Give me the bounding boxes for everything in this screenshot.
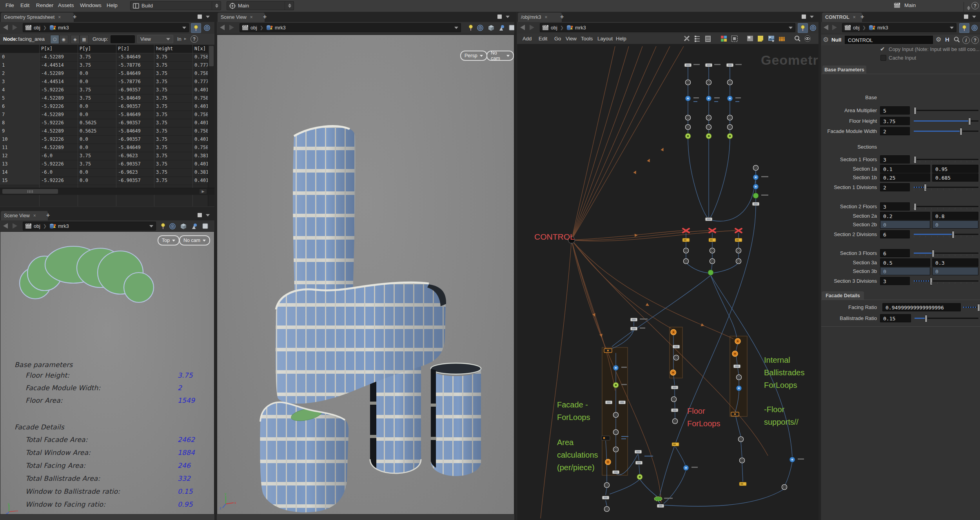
network-canvas[interactable]: Geometry <box>517 44 818 520</box>
table-row[interactable]: 0-4.522893.75-5.846493.750.758 <box>0 53 208 62</box>
close-icon[interactable]: × <box>33 213 36 218</box>
new-tab-button[interactable]: + <box>860 13 864 20</box>
pane-maximize-icon[interactable] <box>198 15 202 19</box>
facade-module-width-field[interactable]: 2 <box>880 127 910 135</box>
houdini-icon[interactable]: H <box>945 36 949 43</box>
gs-help-button[interactable]: ? <box>191 35 198 43</box>
facade-module-width-slider[interactable] <box>914 131 978 132</box>
section3-floors-field[interactable]: 6 <box>880 249 910 257</box>
folder-tab-facade-details[interactable]: Facade Details <box>822 291 864 300</box>
panel-splitter-vertical[interactable] <box>818 12 821 520</box>
vertices-mode-button[interactable]: ◉ <box>59 35 68 44</box>
follow-icon[interactable] <box>202 23 212 32</box>
section2b-field-1[interactable]: 0 <box>880 220 930 229</box>
follow-icon[interactable] <box>168 222 177 231</box>
pane-menu-icon[interactable] <box>810 16 814 18</box>
section1b-field-1[interactable]: 0.25 <box>880 173 930 182</box>
attribute-table[interactable]: P[x] P[y] P[z] height N[x] 0-4.522893.75… <box>0 45 208 206</box>
svl-breadcrumb[interactable]: obj ❯ mrk3 <box>23 222 156 231</box>
display-options-icon[interactable] <box>200 222 210 231</box>
breadcrumb-dropdown-icon[interactable] <box>789 27 793 29</box>
menu-help[interactable]: Help <box>107 2 118 8</box>
forward-icon[interactable] <box>530 25 534 30</box>
folder-tab-base-parameters[interactable]: Base Parameters <box>822 65 866 74</box>
table-row[interactable]: 1-4.445143.75-5.787763.750.777 <box>0 61 208 70</box>
pane-maximize-icon[interactable] <box>497 15 502 19</box>
back-icon[interactable] <box>824 25 828 30</box>
right-desktop-selector[interactable]: Main <box>904 2 916 8</box>
floor-height-slider[interactable] <box>914 120 978 122</box>
ballistrade-ratio-field[interactable]: 0.15 <box>880 314 911 322</box>
close-icon[interactable]: × <box>853 15 856 20</box>
section2-divisions-field[interactable]: 6 <box>880 230 910 238</box>
section1-divisions-slider[interactable] <box>914 187 978 188</box>
detail-mode-button[interactable]: ▦ <box>80 35 89 44</box>
net-menu-help[interactable]: Help <box>616 36 626 42</box>
node-help-icon[interactable]: ? <box>971 36 979 44</box>
pin-icon[interactable] <box>959 23 969 33</box>
pane-menu-icon[interactable] <box>972 16 976 18</box>
facing-ratio-field[interactable]: 0.94999999999999996 <box>882 303 961 311</box>
area-multiplier-slider[interactable] <box>914 110 978 111</box>
prims-mode-button[interactable]: ◈ <box>71 35 80 44</box>
table-row[interactable]: 3-4.445140.0-5.787763.750.777 <box>0 78 208 86</box>
section1-floors-slider[interactable] <box>914 159 978 160</box>
pane-menu-icon[interactable] <box>206 16 210 18</box>
help-button[interactable]: ? <box>971 2 979 9</box>
net-menu-layout[interactable]: Layout <box>597 36 613 42</box>
net-menu-go[interactable]: Go <box>554 36 561 42</box>
follow-icon[interactable] <box>808 23 818 32</box>
tab-network-editor[interactable]: /obj/mrk3× <box>518 13 562 22</box>
pin-icon[interactable] <box>158 222 168 231</box>
facing-ratio-slider[interactable] <box>963 307 979 308</box>
section2a-field-2[interactable]: 0.8 <box>932 212 978 220</box>
close-icon[interactable]: × <box>58 15 61 20</box>
table-row[interactable]: 9-4.522890.5625-5.846493.750.758 <box>0 127 208 136</box>
desktop-spinner[interactable] <box>212 2 218 10</box>
new-tab-button[interactable]: + <box>560 13 564 20</box>
forward-icon[interactable] <box>229 25 234 30</box>
new-tab-button[interactable]: + <box>46 212 50 219</box>
menu-edit[interactable]: Edit <box>20 2 29 8</box>
pane-maximize-icon[interactable] <box>802 15 806 19</box>
points-mode-button[interactable]: ⬡ <box>50 35 59 44</box>
network-toolbar[interactable] <box>684 35 813 42</box>
close-icon[interactable]: × <box>544 15 547 20</box>
section3-floors-slider[interactable] <box>914 253 978 254</box>
net-menu-view[interactable]: View <box>566 36 577 42</box>
viewport-top[interactable]: Top No cam Base parameters Floor Height:… <box>0 231 214 515</box>
forward-icon[interactable] <box>832 25 837 30</box>
section3b-field-2[interactable]: 0 <box>932 267 978 275</box>
tab-control[interactable]: CONTROL× <box>822 13 862 22</box>
area-multiplier-field[interactable]: 5 <box>880 106 910 115</box>
snap-cube-icon[interactable] <box>179 222 188 231</box>
in-button[interactable]: In <box>177 36 181 42</box>
pane-menu-icon[interactable] <box>506 16 510 18</box>
table-row[interactable]: 8-5.922260.5625-6.903573.750.401 <box>0 119 208 127</box>
pane-menu-icon[interactable] <box>206 214 210 216</box>
breadcrumb-dropdown-icon[interactable] <box>950 27 954 29</box>
net-menu-add[interactable]: Add <box>523 36 532 42</box>
tab-geometry-spreadsheet[interactable]: Geometry Spreadsheet× <box>1 13 74 22</box>
table-row[interactable]: 13-5.922263.75-6.903573.750.401 <box>0 160 208 169</box>
section2-floors-field[interactable]: 3 <box>880 202 910 211</box>
info-icon[interactable]: i <box>962 36 970 44</box>
shade-mode-icon[interactable] <box>189 222 199 231</box>
cache-input-checkbox[interactable] <box>880 55 886 61</box>
panel-splitter-vertical[interactable] <box>514 12 517 520</box>
gear-icon[interactable]: ⚙ <box>936 36 941 43</box>
snap-cube-icon[interactable] <box>486 23 496 32</box>
pane-maximize-icon[interactable] <box>964 15 968 19</box>
pin-icon[interactable] <box>798 23 808 33</box>
group-view-dropdown[interactable]: View <box>137 35 173 43</box>
section1b-field-2[interactable]: 0.685 <box>932 173 978 182</box>
ctrl-breadcrumb[interactable]: obj ❯ mrk3 <box>842 23 956 32</box>
section2a-field-1[interactable]: 0.2 <box>880 212 930 220</box>
back-icon[interactable] <box>3 25 8 30</box>
vertical-scrollbar[interactable] <box>208 45 215 206</box>
menu-windows[interactable]: Windows <box>80 2 102 8</box>
section3a-field-2[interactable]: 0.3 <box>932 258 978 267</box>
in-expand-icon[interactable]: ▸ <box>184 36 187 41</box>
section3-divisions-field[interactable]: 3 <box>880 277 910 285</box>
section2b-field-2[interactable]: 0 <box>932 220 978 229</box>
